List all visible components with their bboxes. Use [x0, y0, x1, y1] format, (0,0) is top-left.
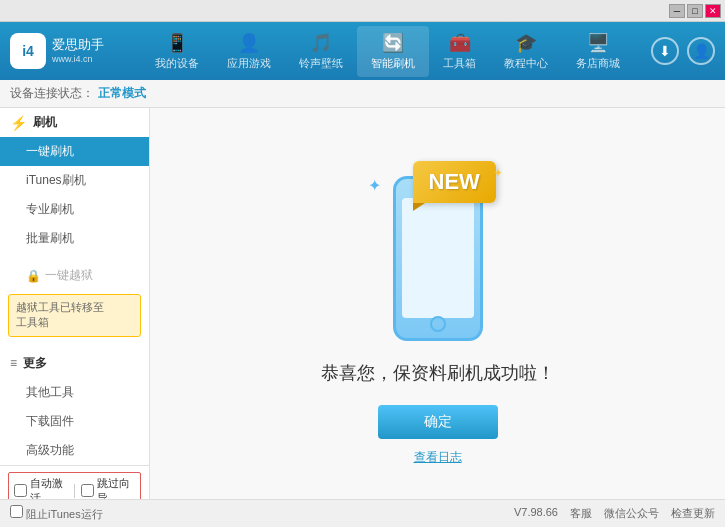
device-section: 自动激活 跳过向导 📱 iPhone 15 Pro Max 512GB iPho…: [0, 465, 149, 499]
logo-icon: i4: [10, 33, 46, 69]
status-prefix: 设备连接状态：: [10, 85, 94, 102]
sidebar-item-pro-flash[interactable]: 专业刷机: [0, 195, 149, 224]
smart-flash-icon: 🔄: [382, 32, 404, 54]
new-badge: NEW: [413, 161, 496, 203]
nav-item-toolbox[interactable]: 🧰 工具箱: [429, 26, 490, 77]
sidebar-warning-box: 越狱工具已转移至工具箱: [8, 294, 141, 337]
nav-bar: 📱 我的设备 👤 应用游戏 🎵 铃声壁纸 🔄 智能刷机 🧰 工具箱 🎓 教程中心…: [124, 26, 651, 77]
log-link[interactable]: 查看日志: [414, 449, 462, 466]
batch-flash-label: 批量刷机: [26, 231, 74, 245]
ringtones-icon: 🎵: [310, 32, 332, 54]
more-section-icon: ≡: [10, 356, 17, 370]
nav-label-toolbox: 工具箱: [443, 56, 476, 71]
service-icon: 🖥️: [587, 32, 609, 54]
sidebar-more-header: ≡ 更多: [0, 349, 149, 378]
phone-screen: [402, 198, 474, 318]
nav-label-service: 务店商城: [576, 56, 620, 71]
onekey-flash-label: 一键刷机: [26, 144, 74, 158]
nav-item-my-device[interactable]: 📱 我的设备: [141, 26, 213, 77]
phone-home-button: [430, 316, 446, 332]
header: i4 爱思助手 www.i4.cn 📱 我的设备 👤 应用游戏 🎵 铃声壁纸 🔄…: [0, 22, 725, 80]
success-illustration: NEW ✦ ✦: [348, 141, 528, 341]
itunes-flash-label: iTunes刷机: [26, 173, 86, 187]
itunes-checkbox[interactable]: [10, 505, 23, 518]
device-icon: 📱: [166, 32, 188, 54]
nav-item-ringtones[interactable]: 🎵 铃声壁纸: [285, 26, 357, 77]
logo[interactable]: i4 爱思助手 www.i4.cn: [10, 33, 104, 69]
warning-text: 越狱工具已转移至工具箱: [16, 301, 104, 328]
version-label: V7.98.66: [514, 506, 558, 521]
nav-label-smart-flash: 智能刷机: [371, 56, 415, 71]
sidebar-item-download-firmware[interactable]: 下载固件: [0, 407, 149, 436]
header-right: ⬇ 👤: [651, 37, 715, 65]
auto-activate-text: 自动激活: [30, 476, 68, 499]
close-button[interactable]: ✕: [705, 4, 721, 18]
status-bar: 设备连接状态： 正常模式: [0, 80, 725, 108]
titlebar: ─ □ ✕: [0, 0, 725, 22]
more-section-label: 更多: [23, 355, 47, 372]
advanced-label: 高级功能: [26, 443, 74, 457]
tutorial-icon: 🎓: [515, 32, 537, 54]
auto-guide-checkbox[interactable]: [81, 484, 94, 497]
main-layout: ⚡ 刷机 一键刷机 iTunes刷机 专业刷机 批量刷机 🔒 一键越狱 越狱工具…: [0, 108, 725, 499]
sidebar-item-advanced[interactable]: 高级功能: [0, 436, 149, 465]
nav-label-my-device: 我的设备: [155, 56, 199, 71]
user-button[interactable]: 👤: [687, 37, 715, 65]
minimize-button[interactable]: ─: [669, 4, 685, 18]
sidebar-item-onekey-flash[interactable]: 一键刷机: [0, 137, 149, 166]
itunes-label: 阻止iTunes运行: [26, 508, 103, 520]
auto-activate-label[interactable]: 自动激活: [14, 476, 68, 499]
customer-link[interactable]: 客服: [570, 506, 592, 521]
nav-label-ringtones: 铃声壁纸: [299, 56, 343, 71]
download-firmware-label: 下载固件: [26, 414, 74, 428]
options-divider: [74, 484, 75, 498]
nav-item-service[interactable]: 🖥️ 务店商城: [562, 26, 634, 77]
logo-text: 爱思助手 www.i4.cn: [52, 37, 104, 66]
sidebar-flash-header: ⚡ 刷机: [0, 108, 149, 137]
log-link-text: 查看日志: [414, 450, 462, 464]
app-games-icon: 👤: [238, 32, 260, 54]
auto-guide-text: 跳过向导: [97, 476, 135, 499]
sidebar-disabled-jailbreak: 🔒 一键越狱: [0, 261, 149, 290]
sidebar-item-itunes-flash[interactable]: iTunes刷机: [0, 166, 149, 195]
toolbox-icon: 🧰: [449, 32, 471, 54]
confirm-button[interactable]: 确定: [378, 405, 498, 439]
star-left-icon: ✦: [368, 176, 381, 195]
check-update-link[interactable]: 检查更新: [671, 506, 715, 521]
status-value: 正常模式: [98, 85, 146, 102]
bottom-right: V7.98.66 客服 微信公众号 检查更新: [514, 506, 715, 521]
sidebar-item-other-tools[interactable]: 其他工具: [0, 378, 149, 407]
nav-label-app-games: 应用游戏: [227, 56, 271, 71]
auto-activate-checkbox[interactable]: [14, 484, 27, 497]
disabled-label: 一键越狱: [45, 267, 93, 284]
itunes-checkbox-label[interactable]: 阻止iTunes运行: [10, 505, 103, 522]
sidebar: ⚡ 刷机 一键刷机 iTunes刷机 专业刷机 批量刷机 🔒 一键越狱 越狱工具…: [0, 108, 150, 499]
bottom-left: 阻止iTunes运行: [10, 505, 103, 522]
bottom-bar: 阻止iTunes运行 V7.98.66 客服 微信公众号 检查更新: [0, 499, 725, 527]
confirm-btn-label: 确定: [424, 413, 452, 429]
lock-icon: 🔒: [26, 269, 41, 283]
pro-flash-label: 专业刷机: [26, 202, 74, 216]
nav-item-smart-flash[interactable]: 🔄 智能刷机: [357, 26, 429, 77]
flash-section-label: 刷机: [33, 114, 57, 131]
download-button[interactable]: ⬇: [651, 37, 679, 65]
other-tools-label: 其他工具: [26, 385, 74, 399]
nav-label-tutorial: 教程中心: [504, 56, 548, 71]
flash-section-icon: ⚡: [10, 115, 27, 131]
maximize-button[interactable]: □: [687, 4, 703, 18]
auto-guide-label[interactable]: 跳过向导: [81, 476, 135, 499]
wechat-link[interactable]: 微信公众号: [604, 506, 659, 521]
auto-options-box: 自动激活 跳过向导: [8, 472, 141, 499]
star-right-icon: ✦: [493, 166, 503, 180]
new-badge-text: NEW: [429, 169, 480, 194]
content-area: NEW ✦ ✦ 恭喜您，保资料刷机成功啦！ 确定 查看日志: [150, 108, 725, 499]
nav-item-tutorial[interactable]: 🎓 教程中心: [490, 26, 562, 77]
sidebar-item-batch-flash[interactable]: 批量刷机: [0, 224, 149, 253]
success-title: 恭喜您，保资料刷机成功啦！: [321, 361, 555, 385]
nav-item-app-games[interactable]: 👤 应用游戏: [213, 26, 285, 77]
